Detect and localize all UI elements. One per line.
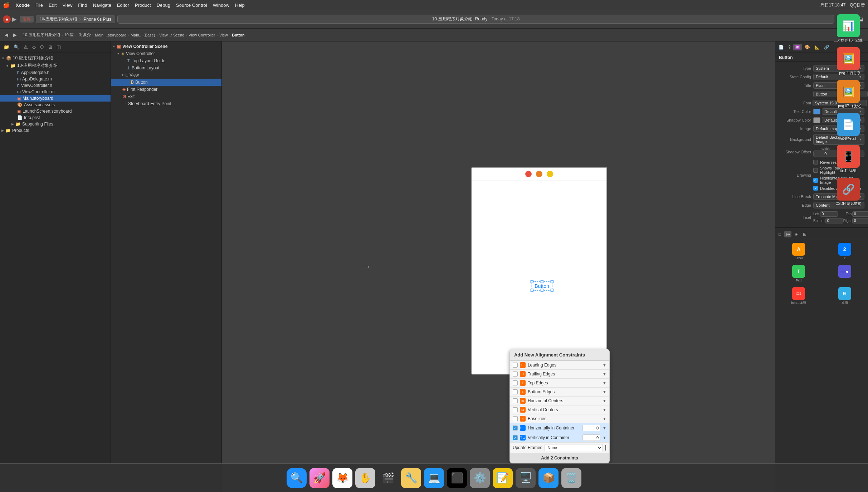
cb-h-centers[interactable] <box>513 398 518 403</box>
dropdown-h-centers[interactable]: ▼ <box>603 399 606 403</box>
apple-menu[interactable]: 🍎 <box>3 2 10 9</box>
dropdown-v-centers[interactable]: ▼ <box>603 408 606 412</box>
dock-finder[interactable]: 🔍 <box>287 468 307 488</box>
dropdown-bottom[interactable]: ▼ <box>603 390 606 394</box>
scene-item-vc[interactable]: ▼ ◈ View Controller <box>111 50 221 57</box>
cb-bottom[interactable] <box>513 389 518 394</box>
value-h-container[interactable] <box>582 425 600 431</box>
dock-hand[interactable]: ✋ <box>355 468 375 488</box>
canvas-button[interactable]: Button <box>531 281 552 290</box>
dropdown-baselines[interactable]: ▼ <box>603 417 606 421</box>
scene-item-vc-scene[interactable]: ▼ ▣ View Controller Scene <box>111 43 221 50</box>
value-v-container[interactable] <box>582 434 600 441</box>
dropdown-v-container[interactable]: ▼ <box>603 436 606 440</box>
menu-debug[interactable]: Debug <box>157 3 170 8</box>
inspector-quick-help-btn[interactable]: ? <box>786 44 793 50</box>
cb-highlighted[interactable]: ✓ <box>813 178 818 183</box>
desktop-icon-png2[interactable]: 🖼️ ...png 07...(优化) <box>830 79 867 110</box>
nav-debug-btn[interactable]: ⬡ <box>39 44 45 50</box>
cb-top[interactable] <box>513 380 518 385</box>
file-tree-item-vc-m[interactable]: m ViewController.m <box>0 89 111 95</box>
constraint-row-top[interactable]: ⊤ Top Edges ▼ <box>510 379 609 388</box>
menu-product[interactable]: Product <box>135 3 151 8</box>
file-tree-item-appdelegate-m[interactable]: m AppDelegate.m <box>0 76 111 82</box>
file-tree-item-group[interactable]: ▼ 📁 10-应用程序对象介绍 <box>0 62 111 69</box>
constraint-row-h-container[interactable]: ✓ ⊢⊣ Horizontally in Container ▼ <box>510 423 609 433</box>
menu-help[interactable]: Help <box>235 3 245 8</box>
dropdown-top[interactable]: ▼ <box>603 381 606 385</box>
library-item-text[interactable]: T Text <box>777 264 821 284</box>
cb-leading[interactable] <box>513 363 518 368</box>
nav-reports-btn[interactable]: ◫ <box>55 44 62 50</box>
constraint-row-leading[interactable]: ⊢ Leading Edges ▼ <box>510 361 609 370</box>
desktop-icon-zjl[interactable]: 📄 ZJL...etail <box>830 112 867 142</box>
dropdown-leading[interactable]: ▼ <box>603 363 606 367</box>
cb-disabled[interactable]: ✓ <box>813 186 818 191</box>
file-tree-item-vc-h[interactable]: h ViewController.h <box>0 82 111 89</box>
nav-search-btn[interactable]: 🔍 <box>12 44 21 50</box>
file-tree-item-launch-storyboard[interactable]: ▣ LaunchScreen.storyboard <box>0 108 111 114</box>
breadcrumb-item-1[interactable]: 10-应用程序对象介绍 <box>23 32 60 38</box>
desktop-icon-csdn[interactable]: 🔗 CSDN-清风链接 <box>830 176 867 208</box>
cb-v-container[interactable]: ✓ <box>513 435 518 440</box>
breadcrumb-item-4[interactable]: Main....(Base) <box>131 33 155 37</box>
nav-test-btn[interactable]: ◇ <box>31 44 37 50</box>
breadcrumb-item-7[interactable]: View <box>219 33 228 37</box>
library-btn-media[interactable]: ◎ <box>784 231 791 237</box>
inspector-size-btn[interactable]: 📐 <box>813 44 821 50</box>
constraint-row-bottom[interactable]: ⊥ Bottom Edges ▼ <box>510 388 609 397</box>
library-item-ios-detail[interactable]: iOS ios1...详细 <box>777 286 821 307</box>
dock-settings[interactable]: ⚙️ <box>470 468 490 488</box>
stop-button[interactable]: ■ <box>3 15 11 23</box>
menu-editor[interactable]: Editor <box>117 3 129 8</box>
breadcrumb-item-3[interactable]: Main....storyboard <box>95 33 126 37</box>
inspector-attributes-btn[interactable]: 🎨 <box>803 44 812 50</box>
scene-item-first-responder[interactable]: ◈ First Responder <box>111 86 221 93</box>
dock-trash[interactable]: 🗑️ <box>561 468 581 488</box>
menu-find[interactable]: Find <box>78 3 87 8</box>
dock-notes[interactable]: 📝 <box>493 468 513 488</box>
breadcrumb-item-6[interactable]: View Controller <box>189 33 215 37</box>
file-tree-item-appdelegate-h[interactable]: h AppDelegate.h <box>0 69 111 76</box>
menu-edit[interactable]: Edit <box>49 3 57 8</box>
dropdown-trailing[interactable]: ▼ <box>603 372 606 376</box>
add-constraints-button[interactable]: Add 2 Constraints <box>510 453 609 463</box>
scene-item-button[interactable]: B Button <box>111 79 221 86</box>
scheme-selector[interactable]: 10-应用程序对象介绍 › iPhone 6s Plus <box>36 15 115 23</box>
dock-launchpad[interactable]: 🚀 <box>309 468 330 488</box>
desktop-icon-png1[interactable]: 🖼️ ...png 车丹分享 <box>830 46 867 77</box>
dock-movie[interactable]: 🎬 <box>378 468 398 488</box>
constraint-row-trailing[interactable]: ⊣ Trailing Edges ▼ <box>510 370 609 379</box>
dock-terminal[interactable]: ⬛ <box>447 468 467 488</box>
scene-item-bottom-layout[interactable]: ⊥ Bottom Layout... <box>111 64 221 72</box>
dock-xcode[interactable]: 💻 <box>424 468 444 488</box>
desktop-icon-xlsx[interactable]: 📊 ....xlsx 第13...业准 <box>830 13 867 44</box>
nav-folder-btn[interactable]: 📁 <box>2 44 11 50</box>
cb-v-centers[interactable] <box>513 407 518 412</box>
dock-tools[interactable]: 🔧 <box>401 468 421 488</box>
constraint-row-h-centers[interactable]: ⊞ Horizontal Centers ▼ <box>510 397 609 405</box>
inspector-identity-btn[interactable]: 🆔 <box>793 44 802 50</box>
constraint-row-baselines[interactable]: ≡ Baselines ▼ <box>510 414 609 423</box>
cb-trailing[interactable] <box>513 372 518 377</box>
cb-reverses[interactable] <box>813 160 818 164</box>
inspector-file-btn[interactable]: 📄 <box>777 44 786 50</box>
constraint-row-v-container[interactable]: ✓ ⊤⊥ Vertically in Container ▼ <box>510 433 609 443</box>
menu-navigate[interactable]: Navigate <box>93 3 111 8</box>
library-btn-colors[interactable]: ⊞ <box>801 231 808 237</box>
file-tree-item-main-storyboard[interactable]: ▣ Main.storyboard <box>0 95 111 102</box>
nav-issues-btn[interactable]: ⚠ <box>22 44 29 50</box>
play-button[interactable]: ▶ <box>12 16 16 23</box>
file-tree-item-assets[interactable]: 🎨 Assets.xcassets <box>0 102 111 108</box>
dock-monitor[interactable]: 🖥️ <box>516 468 536 488</box>
file-tree-item-products[interactable]: ▶ 📁 Products <box>0 127 111 134</box>
update-frames-select[interactable]: None Items of New Constraints All Frames… <box>545 444 603 451</box>
nav-forward[interactable]: ▶ <box>11 31 19 39</box>
menu-window[interactable]: Window <box>213 3 229 8</box>
dock-safari[interactable]: 🦊 <box>332 468 352 488</box>
cb-shows-touch[interactable] <box>813 168 818 173</box>
scene-item-view[interactable]: ▼ □ View <box>111 72 221 79</box>
library-item-label[interactable]: A Label <box>777 241 821 261</box>
shadow-color-swatch[interactable] <box>813 117 820 123</box>
text-color-swatch[interactable] <box>813 109 820 114</box>
